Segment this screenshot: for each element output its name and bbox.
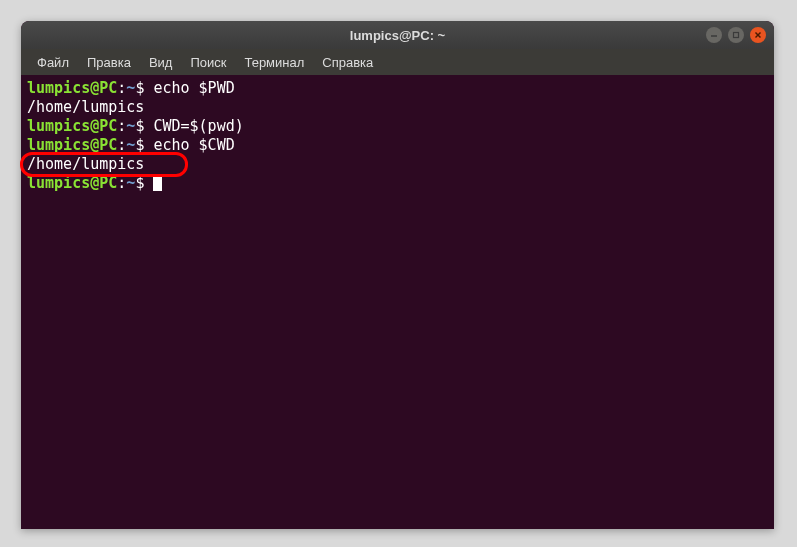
menu-terminal[interactable]: Терминал [236,52,312,73]
command-text: CWD=$(pwd) [153,117,243,135]
output-text: /home/lumpics [27,98,144,116]
close-button[interactable] [750,27,766,43]
menu-edit[interactable]: Правка [79,52,139,73]
prompt-colon: : [117,174,126,192]
terminal-line: lumpics@PC:~$ [27,174,768,193]
terminal-content[interactable]: lumpics@PC:~$ echo $PWD /home/lumpics lu… [21,75,774,197]
window-title: lumpics@PC: ~ [350,28,445,43]
command-text: echo $PWD [153,79,234,97]
terminal-output: /home/lumpics [27,155,768,174]
titlebar[interactable]: lumpics@PC: ~ [21,21,774,49]
prompt-user: lumpics@PC [27,136,117,154]
prompt-colon: : [117,79,126,97]
prompt-colon: : [117,117,126,135]
window-controls [706,27,766,43]
output-text: /home/lumpics [27,155,144,173]
menubar: Файл Правка Вид Поиск Терминал Справка [21,49,774,75]
minimize-button[interactable] [706,27,722,43]
menu-help[interactable]: Справка [314,52,381,73]
terminal-line: lumpics@PC:~$ echo $CWD [27,136,768,155]
terminal-line: lumpics@PC:~$ CWD=$(pwd) [27,117,768,136]
prompt-colon: : [117,136,126,154]
terminal-window: lumpics@PC: ~ Файл Правка Вид Поиск Терм… [21,21,774,529]
menu-file[interactable]: Файл [29,52,77,73]
menu-view[interactable]: Вид [141,52,181,73]
prompt-user: lumpics@PC [27,117,117,135]
terminal-line: lumpics@PC:~$ echo $PWD [27,79,768,98]
terminal-output: /home/lumpics [27,98,768,117]
maximize-button[interactable] [728,27,744,43]
command-text [144,174,153,192]
cursor-icon [153,175,162,191]
menu-search[interactable]: Поиск [182,52,234,73]
command-text: echo $CWD [153,136,234,154]
svg-rect-1 [734,33,739,38]
prompt-user: lumpics@PC [27,79,117,97]
prompt-user: lumpics@PC [27,174,117,192]
